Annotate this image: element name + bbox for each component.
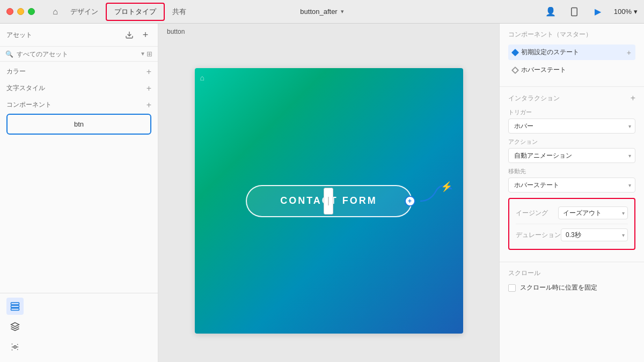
play-icon[interactable]: ▶ [590,4,605,19]
scroll-label: スクロール [508,269,635,278]
destination-label: 移動先 [508,167,635,175]
user-icon[interactable]: 👤 [543,4,558,19]
interaction-header: インタラクション + [508,93,635,103]
duration-row: デュレーション 0.3秒 ▾ [516,224,628,243]
plugin-icon[interactable] [6,338,24,356]
frame-home-icon: ⌂ [200,73,204,82]
zoom-control[interactable]: 100% ▾ [614,8,638,16]
fullscreen-button[interactable] [28,8,35,15]
add-interaction-icon[interactable]: + [631,93,635,103]
component-master-section: コンポーネント（マスター） 初期設定のステート + ホバーステート [500,24,644,87]
state-hover-label: ホバーステート [521,65,631,75]
canvas-content: ⌂ CONTACT FORM + ⚡ [158,40,499,362]
state-default-item[interactable]: 初期設定のステート + [508,45,635,60]
titlebar-right: 👤 ▶ 100% ▾ [543,4,638,19]
add-typography-button[interactable]: + [147,84,151,93]
action-select[interactable]: 自動アニメーション [508,148,635,163]
easing-select-wrapper: イーズアウト ▾ [558,206,628,219]
dropdown-icon[interactable]: ▾ [141,50,144,58]
home-icon[interactable]: ⌂ [48,4,63,19]
destination-select[interactable]: ホバーステート [508,178,635,193]
search-right: ▾ ⊞ [141,50,152,58]
left-sidebar-bottom [0,293,158,362]
contact-btn-add-icon[interactable]: + [405,196,415,206]
nav-share[interactable]: 共有 [165,4,194,20]
scroll-fix-row: スクロール時に位置を固定 [508,283,635,292]
scroll-handle[interactable] [324,188,333,215]
stack-icon[interactable] [6,318,24,335]
canvas-area: button ⌂ CONTACT FORM + [158,24,499,362]
file-name: button_after [300,8,337,16]
svg-rect-4 [11,306,19,308]
add-state-icon[interactable]: + [627,48,631,57]
destination-select-wrapper: ホバーステート ▾ [508,178,635,193]
duration-select[interactable]: 0.3秒 [561,228,628,241]
add-color-button[interactable]: + [147,68,151,76]
state-default-diamond [511,48,519,56]
titlebar: ⌂ デザイン プロトタイプ 共有 button_after ▾ 👤 ▶ 100%… [0,0,644,24]
main-layout: アセット + 🔍 ▾ ⊞ カラー + 文字スタイル [0,24,644,362]
easing-duration-section: イージング イーズアウト ▾ デュレーション 0.3秒 [508,198,635,250]
scroll-section: スクロール スクロール時に位置を固定 [500,262,644,299]
svg-rect-5 [11,308,19,311]
import-icon[interactable] [123,29,135,41]
assets-header: アセット + [0,24,158,47]
svg-marker-6 [11,323,19,327]
svg-point-7 [14,346,17,349]
traffic-lights [6,8,35,15]
interaction-label: インタラクション [508,94,560,103]
trigger-select[interactable]: ホバー [508,119,635,134]
assets-label: アセット [6,31,32,40]
assets-icons: + [123,29,151,41]
add-component-button[interactable]: + [147,101,151,109]
component-master-label: コンポーネント（マスター） [508,30,592,39]
state-default-label: 初期設定のステート [521,48,623,57]
destination-field: 移動先 ホバーステート ▾ [508,167,635,193]
search-icon: 🔍 [5,50,13,58]
right-sidebar: コンポーネント（マスター） 初期設定のステート + ホバーステート [499,24,644,362]
state-hover-item[interactable]: ホバーステート [508,62,635,78]
svg-rect-0 [572,8,577,16]
close-button[interactable] [6,8,13,15]
state-hover-diamond [511,66,519,73]
device-icon[interactable] [567,4,582,19]
easing-row: イージング イーズアウト ▾ [516,204,628,221]
left-sidebar: アセット + 🔍 ▾ ⊞ カラー + 文字スタイル [0,24,158,362]
component-header: コンポーネント + [6,100,151,109]
color-header: カラー + [6,67,151,76]
file-title: button_after ▾ [300,8,343,16]
search-input[interactable] [17,50,138,58]
typography-label: 文字スタイル [6,84,45,93]
minimize-button[interactable] [17,8,24,15]
trigger-label: トリガー [508,108,635,116]
easing-select[interactable]: イーズアウト [558,206,628,219]
easing-label: イージング [516,209,548,218]
grid-view-icon[interactable]: ⊞ [147,50,152,58]
color-label: カラー [6,67,26,76]
prototype-connector: ⚡ [420,185,452,219]
lightning-icon: ⚡ [441,181,452,193]
typography-header: 文字スタイル + [6,84,151,93]
interaction-section: インタラクション + トリガー ホバー ▾ アクション 自動アニメーション [500,87,644,262]
component-btn-item[interactable]: btn [6,114,151,135]
typography-section: 文字スタイル + [0,84,158,100]
nav-prototype[interactable]: プロトタイプ [106,3,165,21]
component-master-header: コンポーネント（マスター） [508,30,635,39]
file-dropdown-arrow[interactable]: ▾ [341,8,344,15]
scroll-fix-checkbox[interactable] [508,284,516,292]
canvas-label: button [158,24,499,40]
component-section: コンポーネント + btn [0,100,158,142]
nav-design[interactable]: デザイン [63,4,106,20]
action-select-wrapper: 自動アニメーション ▾ [508,148,635,163]
trigger-field: トリガー ホバー ▾ [508,108,635,134]
top-nav: ⌂ デザイン プロトタイプ 共有 [48,3,194,21]
duration-select-wrapper: 0.3秒 ▾ [561,228,628,241]
scroll-fix-label: スクロール時に位置を固定 [520,283,597,292]
add-asset-icon[interactable]: + [140,29,151,41]
layers-icon[interactable] [6,298,24,315]
trigger-select-wrapper: ホバー ▾ [508,119,635,134]
component-label: コンポーネント [6,100,52,109]
action-field: アクション 自動アニメーション ▾ [508,138,635,163]
zoom-dropdown-arrow[interactable]: ▾ [634,8,638,16]
color-section: カラー + [0,62,158,84]
